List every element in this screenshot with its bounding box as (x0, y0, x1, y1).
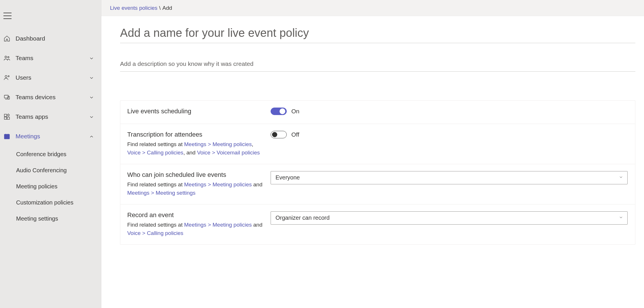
setting-title: Who can join scheduled live events (127, 171, 265, 179)
apps-icon (3, 113, 16, 120)
svg-rect-6 (4, 114, 7, 116)
setting-row-record: Record an event Find related settings at… (120, 204, 635, 244)
sidebar-item-label: Dashboard (16, 35, 94, 42)
sidebar-subitem-label: Audio Conferencing (16, 167, 67, 174)
calendar-icon (3, 133, 16, 140)
sidebar-item-users[interactable]: Users (0, 68, 101, 87)
sidebar-item-label: Teams devices (16, 94, 89, 101)
teams-icon (3, 55, 16, 62)
sidebar-subnav-meetings: Conference bridges Audio Conferencing Me… (0, 146, 101, 227)
sidebar-item-teams[interactable]: Teams (0, 48, 101, 68)
breadcrumb-parent-link[interactable]: Live events policies (110, 5, 157, 11)
chevron-up-icon (89, 134, 94, 139)
sidebar: Dashboard Teams Users Teams device (0, 0, 101, 308)
dropdown-value: Organizer can record (276, 215, 330, 221)
link-meeting-settings[interactable]: Meetings > Meeting settings (127, 190, 195, 196)
sidebar-subitem-meeting-policies[interactable]: Meeting policies (16, 178, 101, 194)
link-meeting-policies[interactable]: Meetings > Meeting policies (184, 222, 252, 228)
svg-point-0 (5, 56, 7, 58)
menu-toggle[interactable] (0, 0, 101, 26)
sidebar-item-label: Teams apps (16, 113, 89, 120)
setting-help: Find related settings at Meetings > Meet… (127, 140, 265, 157)
link-meeting-policies[interactable]: Meetings > Meeting policies (184, 181, 252, 188)
users-icon (3, 74, 16, 81)
sidebar-item-dashboard[interactable]: Dashboard (0, 29, 101, 48)
dropdown-who-can-join[interactable]: Everyone (271, 171, 628, 184)
setting-row-scheduling: Live events scheduling On (120, 101, 635, 124)
chevron-down-icon (619, 174, 623, 181)
sidebar-nav: Dashboard Teams Users Teams device (0, 26, 101, 227)
svg-rect-5 (8, 96, 10, 99)
sidebar-subitem-conference-bridges[interactable]: Conference bridges (16, 146, 101, 162)
setting-title: Live events scheduling (127, 108, 265, 115)
svg-point-3 (8, 76, 9, 77)
policy-name-input[interactable] (120, 24, 635, 43)
breadcrumb-separator: \ (159, 5, 161, 11)
dropdown-value: Everyone (276, 174, 300, 181)
chevron-down-icon (89, 75, 94, 80)
link-calling-policies[interactable]: Voice > Calling policies (127, 230, 183, 236)
sidebar-subitem-audio-conferencing[interactable]: Audio Conferencing (16, 162, 101, 178)
devices-icon (3, 94, 16, 101)
sidebar-item-teams-devices[interactable]: Teams devices (0, 87, 101, 107)
svg-point-2 (5, 76, 7, 78)
sidebar-subitem-customization-policies[interactable]: Customization policies (16, 194, 101, 211)
sidebar-item-meetings[interactable]: Meetings (0, 127, 101, 146)
sidebar-item-teams-apps[interactable]: Teams apps (0, 107, 101, 127)
home-icon (3, 35, 16, 42)
toggle-transcription[interactable] (271, 131, 287, 138)
setting-row-transcription: Transcription for attendees Find related… (120, 124, 635, 164)
sidebar-item-label: Meetings (16, 133, 89, 140)
setting-title: Record an event (127, 211, 265, 219)
hamburger-icon (3, 13, 12, 19)
chevron-down-icon (619, 215, 623, 221)
link-calling-policies[interactable]: Voice > Calling policies (127, 150, 183, 156)
setting-help: Find related settings at Meetings > Meet… (127, 180, 265, 197)
svg-rect-8 (4, 117, 7, 119)
main-content: Live events policies \ Add Live events s… (101, 0, 644, 308)
policy-description-input[interactable] (120, 43, 635, 72)
sidebar-item-label: Users (16, 74, 89, 81)
chevron-down-icon (89, 95, 94, 100)
breadcrumb: Live events policies \ Add (101, 0, 644, 16)
sidebar-subitem-label: Meeting settings (16, 215, 58, 222)
link-voicemail-policies[interactable]: Voice > Voicemail policies (197, 150, 260, 156)
svg-point-1 (8, 57, 9, 58)
link-meeting-policies[interactable]: Meetings > Meeting policies (184, 141, 252, 147)
sidebar-subitem-label: Customization policies (16, 199, 73, 206)
sidebar-subitem-label: Meeting policies (16, 183, 57, 190)
chevron-down-icon (89, 56, 94, 61)
setting-row-who-can-join: Who can join scheduled live events Find … (120, 164, 635, 204)
breadcrumb-current: Add (162, 5, 172, 11)
sidebar-subitem-label: Conference bridges (16, 151, 67, 158)
setting-title: Transcription for attendees (127, 131, 265, 138)
toggle-label: On (291, 108, 299, 115)
toggle-scheduling[interactable] (271, 108, 287, 115)
content-area: Live events scheduling On Transcription … (101, 16, 644, 256)
sidebar-item-label: Teams (16, 55, 89, 62)
svg-rect-7 (7, 117, 10, 119)
settings-card: Live events scheduling On Transcription … (120, 100, 635, 245)
toggle-label: Off (291, 131, 299, 138)
dropdown-record[interactable]: Organizer can record (271, 211, 628, 225)
sidebar-subitem-meeting-settings[interactable]: Meeting settings (16, 211, 101, 227)
svg-marker-9 (7, 114, 10, 116)
chevron-down-icon (89, 114, 94, 119)
setting-help: Find related settings at Meetings > Meet… (127, 221, 265, 238)
